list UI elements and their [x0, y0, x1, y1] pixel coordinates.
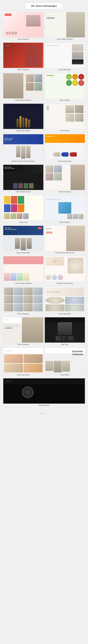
small-row-bag	[56, 336, 74, 341]
tshirts-brand	[13, 183, 34, 188]
demo-thumb-fashion-default[interactable]: The White Collection	[45, 12, 85, 38]
demo-thumb-fashion-men[interactable]: BIG SALESave up to 70% off SALE	[3, 226, 44, 251]
loader-dot-3	[44, 413, 44, 414]
demo-item-fashion-acc[interactable]: Sale Off 60% Home Fashion Accessories	[45, 226, 85, 255]
main-title: 25+ Demo Homepages	[31, 5, 57, 7]
demo-item-minimalist[interactable]: Enjoy This Winter Trend Home Minimalist	[45, 42, 85, 72]
demo-thumb-fashion-men-women[interactable]: Double and ReUp to 70% off	[3, 134, 44, 160]
demo-thumb-handmade[interactable]: Best Handmade Quality	[45, 287, 85, 312]
sale-banner-newborn: Sale Off60%	[46, 257, 64, 266]
demo-thumb-minimalist[interactable]: Enjoy This Winter Trend	[45, 42, 85, 68]
demo-item-fashion-men-women[interactable]: Double and ReUp to 70% off Fashion Shop …	[3, 134, 44, 164]
demo-item-liquor[interactable]: Home Liquor Store	[3, 104, 44, 133]
demo-label-watches: Home Watches	[39, 404, 49, 406]
demo-label-fashion-women: Home Fashion Women	[15, 99, 31, 101]
demo-thumb-slide[interactable]: ExclusiveCollection	[45, 348, 85, 373]
demo-item-full-option[interactable]: Home Full Option	[45, 164, 85, 194]
demo-item-organic[interactable]: ORGANIC Home Organic	[45, 73, 85, 102]
demo-label-food: Home Food	[19, 221, 27, 223]
model-image-valentine	[26, 15, 40, 26]
demo-label-handmade: Home Handmade	[58, 313, 71, 314]
stxt-shoes: Sneakers No.1	[46, 136, 54, 137]
chair-furniture	[58, 202, 71, 214]
demo-item-valentine[interactable]: 50% OFF Home Valentine	[3, 12, 44, 42]
title-text-fashion-default: The White Collection	[46, 15, 55, 19]
demo-thumb-lookbook[interactable]: All Natural The one the farmers choose L…	[3, 317, 44, 343]
demo-thumb-fashion-women[interactable]	[3, 73, 44, 98]
lookbook-topbar-txt: All Natural	[5, 319, 9, 320]
model-img-fashion-acc	[66, 226, 85, 251]
furniture-banner-txt: Trending No.1 Kitchen Furniture	[46, 199, 60, 200]
demo-thumb-valentine[interactable]: 50% OFF	[3, 12, 44, 38]
small-watches-watches	[53, 388, 82, 394]
demo-thumb-furniture[interactable]: Trending No.1 Kitchen Furniture	[45, 195, 85, 221]
demo-thumb-shoes[interactable]: Sneakers No.1	[45, 134, 85, 160]
right-grid-fashion-women	[26, 74, 42, 91]
demo-thumb-fashion-acc[interactable]: Sale Off 60%	[45, 226, 85, 251]
demo-thumb-liquor[interactable]	[3, 104, 44, 129]
main-title-box: 25+ Demo Homepages	[26, 3, 63, 9]
small-grid-fashion-children	[4, 273, 29, 281]
top-banner-fashion-children	[3, 256, 43, 264]
model-image-fashion-default	[66, 12, 85, 38]
demo-thumb-decor[interactable]	[45, 104, 85, 129]
demo-item-food[interactable]: Home Food	[3, 195, 44, 224]
demo-label-organic: Home Organic	[60, 99, 70, 101]
grid-left-full-option	[46, 166, 62, 180]
collection-text-slide: ExclusiveCollection	[72, 350, 83, 356]
models-fashion-men-women	[16, 146, 30, 159]
demo-item-bag[interactable]: Bag Shop	[45, 317, 85, 346]
demo-item-slide[interactable]: ExclusiveCollection Home Slide	[45, 348, 85, 377]
demo-label-newborn: Newborn Fashion Shop	[56, 282, 73, 284]
product-showcase-handmade	[46, 297, 84, 311]
banner-top-shoes: Sneakers No.1	[45, 134, 85, 143]
banner-top-brand: Black FridaySale up to 70% off	[3, 165, 43, 173]
demo-item-brand[interactable]: Black FridaySale up to 70% off Home Fash…	[3, 164, 44, 194]
demo-item-newborn[interactable]: Sale Off60% Newborn Fashion Shop	[45, 256, 85, 286]
demo-thumb-organic[interactable]: ORGANIC	[45, 73, 85, 98]
demo-thumb-bag[interactable]	[45, 317, 85, 343]
demo-item-cake[interactable]: Original Bespoke Home Cake Shop	[3, 348, 44, 377]
watch-hero-large	[22, 386, 34, 398]
demo-item-fashion-default[interactable]: The White Collection Home Fashion Defaul…	[45, 12, 85, 42]
btxt-fashion-men-women: Double and ReUp to 70% off	[5, 138, 13, 140]
demo-item-fashion-women[interactable]: Home Fashion Women	[3, 73, 44, 102]
shoes-row-shoes	[53, 152, 77, 156]
demo-thumb-full-option[interactable]	[45, 164, 85, 190]
demo-label-fashion-children: Home Fashion Children	[15, 282, 32, 284]
demo-item-instagram[interactable]: Home Instagram	[3, 287, 44, 316]
demo-label-slide: Home Slide	[61, 374, 69, 376]
left-content-lookbook: The one the farmers choose Lookbook	[5, 325, 19, 329]
banner-fashion-men: BIG SALESave up to 70% off SALE	[3, 226, 43, 235]
demo-label-liquor: Home Liquor Store	[16, 130, 30, 132]
demo-thumb-brand[interactable]: Black FridaySale up to 70% off	[3, 164, 44, 190]
demo-item-fashion-men[interactable]: BIG SALESave up to 70% off SALE Home Fas…	[3, 226, 44, 255]
demo-item-shoes[interactable]: Sneakers No.1 Home Shoes Shop	[45, 134, 85, 164]
colorful-blocks-food	[4, 196, 24, 212]
demo-thumb-instagram[interactable]	[3, 287, 44, 312]
sale-badge-fashion-men: SALE	[38, 227, 42, 229]
demo-item-handmade[interactable]: Best Handmade Quality Home Handmade	[45, 287, 85, 316]
demo-item-furniture[interactable]: Trending No.1 Kitchen Furniture Home Fur…	[45, 195, 85, 224]
promo-tag-valentine: 50% OFF	[5, 14, 11, 16]
demo-label-instagram: Home Instagram	[18, 313, 29, 314]
demo-label-full-option: Home Full Option	[59, 191, 71, 192]
demo-thumb-watches[interactable]: Black Friday	[3, 378, 85, 404]
demo-item-fashion-children[interactable]: Home Fashion Children	[3, 256, 44, 286]
produce-grid-organic	[66, 74, 84, 86]
demo-item-lookbook[interactable]: All Natural The one the farmers choose L…	[3, 317, 44, 346]
cake-topbar: Original Bespoke	[3, 348, 43, 354]
demo-thumb-christmas[interactable]: 50% OFF	[3, 42, 44, 68]
demo-thumb-cake[interactable]: Original Bespoke	[3, 348, 44, 373]
demo-thumb-newborn[interactable]: Sale Off60%	[45, 256, 85, 282]
bottles-liquor	[16, 116, 30, 128]
demo-thumb-fashion-children[interactable]	[3, 256, 44, 282]
handmade-banner-txt: Best Handmade Quality	[47, 291, 60, 292]
demo-item-watches[interactable]: Black Friday Home Watches	[3, 378, 85, 408]
demo-item-decor[interactable]: Home Decor	[45, 104, 85, 133]
title-area-fashion-acc: Sale Off	[46, 228, 51, 230]
watches-topbar: Black Friday	[3, 378, 85, 384]
demo-item-christmas[interactable]: 50% OFF Home Christmas	[3, 42, 44, 72]
cake-topbar-txt: Original Bespoke	[5, 350, 12, 351]
demo-thumb-food[interactable]	[3, 195, 44, 221]
